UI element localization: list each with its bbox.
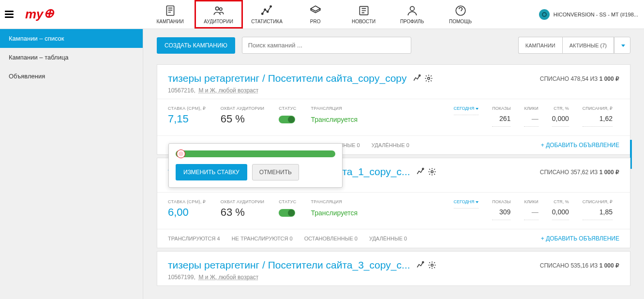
- footer-stopped: ОСТАНОВЛЕННЫЕ 0: [304, 236, 358, 241]
- impressions-label: ПОКАЗЫ: [492, 106, 510, 111]
- status-toggle[interactable]: [279, 209, 295, 217]
- chart-icon[interactable]: [416, 261, 425, 269]
- writeoffs-label: СПИСАНИЯ, ₽: [583, 199, 613, 204]
- logo[interactable]: my⊕: [25, 7, 54, 22]
- statistics-icon: [261, 4, 273, 17]
- campaign-spent: СПИСАНО 357,62 ИЗ 1 000 ₽: [540, 166, 619, 176]
- svg-point-2: [219, 8, 222, 10]
- nav-label: PRO: [310, 19, 321, 24]
- campaigns-icon: [164, 4, 177, 17]
- nav-label: ПОМОЩЬ: [449, 19, 472, 24]
- cancel-button[interactable]: ОТМЕНИТЬ: [252, 164, 299, 180]
- username: HICONVERSION - SS - MT (#198...: [554, 12, 638, 17]
- change-bid-button[interactable]: ИЗМЕНИТЬ СТАВКУ: [176, 164, 247, 180]
- filter-active[interactable]: АКТИВНЫЕ (7): [562, 37, 614, 54]
- top-nav: КАМПАНИИ АУДИТОРИИ СТАТИСТИКА PRO НОВОСТ…: [146, 0, 485, 29]
- sidebar-item-campaigns-list[interactable]: Кампании – список: [0, 29, 143, 48]
- nav-label: НОВОСТИ: [352, 19, 375, 24]
- nav-campaigns[interactable]: КАМПАНИИ: [146, 0, 195, 29]
- writeoffs-value: 1,85: [583, 208, 613, 216]
- sidebar-item-campaigns-table[interactable]: Кампании – таблица: [0, 48, 143, 67]
- broadcast-label: ТРАНСЛЯЦИЯ: [311, 106, 358, 111]
- bid-popover: ИЗМЕНИТЬ СТАВКУ ОТМЕНИТЬ: [168, 143, 343, 188]
- broadcast-label: ТРАНСЛЯЦИЯ: [311, 199, 358, 204]
- filter-campaigns[interactable]: КАМПАНИИ: [518, 37, 562, 54]
- gear-icon[interactable]: [424, 74, 433, 83]
- slider-knob[interactable]: [177, 150, 185, 158]
- footer-deleted: УДАЛЁННЫЕ 0: [369, 236, 407, 241]
- status-label: СТАТУС: [279, 199, 296, 204]
- impressions-label: ПОКАЗЫ: [492, 199, 510, 204]
- clicks-value: —: [524, 115, 538, 122]
- status-toggle[interactable]: [279, 116, 295, 123]
- add-ad-link[interactable]: ДОБАВИТЬ ОБЪЯВЛЕНИЕ: [541, 142, 619, 149]
- broadcast-value: Транслируется: [311, 209, 358, 217]
- svg-point-1: [215, 7, 219, 10]
- avatar: [539, 9, 550, 20]
- nav-help[interactable]: ПОМОЩЬ: [436, 0, 485, 29]
- today-label[interactable]: СЕГОДНЯ: [454, 106, 479, 111]
- nav-profile[interactable]: ПРОФИЛЬ: [388, 0, 436, 29]
- bid-value[interactable]: 7,15: [168, 113, 206, 125]
- campaign-meta: 10567216, М и Ж, любой возраст: [168, 87, 530, 94]
- gear-icon[interactable]: [428, 261, 436, 269]
- nav-statistics[interactable]: СТАТИСТИКА: [243, 0, 291, 29]
- reach-label: ОХВАТ АУДИТОРИИ: [221, 106, 265, 111]
- impressions-value: 309: [492, 208, 510, 216]
- clicks-label: КЛИКИ: [524, 199, 538, 204]
- ctr-value: 0,000: [552, 208, 569, 216]
- broadcast-value: Транслируется: [311, 116, 358, 123]
- writeoffs-value: 1,62: [583, 115, 613, 122]
- clicks-label: КЛИКИ: [524, 106, 538, 111]
- bid-slider[interactable]: [176, 150, 335, 157]
- nav-label: КАМПАНИИ: [156, 19, 183, 24]
- bid-label: СТАВКА (CPM), ₽: [168, 106, 206, 111]
- svg-point-8: [410, 6, 414, 11]
- svg-point-5: [267, 11, 268, 13]
- create-campaign-button[interactable]: СОЗДАТЬ КАМПАНИЮ: [157, 37, 235, 54]
- impressions-value: 261: [492, 115, 510, 122]
- today-label[interactable]: СЕГОДНЯ: [454, 199, 479, 204]
- help-icon: [454, 4, 467, 17]
- svg-rect-0: [166, 6, 174, 15]
- nav-news[interactable]: НОВОСТИ: [340, 0, 388, 29]
- nav-label: ПРОФИЛЬ: [400, 19, 424, 24]
- nav-audiences[interactable]: АУДИТОРИИ: [195, 0, 243, 29]
- sidebar: Кампании – список Кампании – таблица Объ…: [0, 29, 143, 299]
- svg-point-11: [428, 77, 430, 80]
- ctr-label: CTR, %: [552, 106, 569, 111]
- status-label: СТАТУС: [279, 106, 296, 111]
- add-ad-link[interactable]: ДОБАВИТЬ ОБЪЯВЛЕНИЕ: [541, 235, 619, 242]
- nav-label: СТАТИСТИКА: [251, 19, 283, 24]
- footer-broadcasting: ТРАНСЛИРУЮТСЯ 4: [168, 236, 220, 241]
- filter-caret[interactable]: [614, 37, 630, 54]
- bid-label: СТАВКА (CPM), ₽: [168, 199, 206, 204]
- gear-icon[interactable]: [428, 167, 436, 176]
- ctr-label: CTR, %: [552, 199, 569, 204]
- chart-icon[interactable]: [416, 167, 425, 176]
- sidebar-item-ads[interactable]: Объявления: [0, 67, 143, 86]
- campaign-title[interactable]: тизеры ретаргетинг / Посетители сайта_3_…: [168, 259, 410, 271]
- campaign-spent: СПИСАНО 478,54 ИЗ 1 000 ₽: [540, 73, 619, 82]
- pro-icon: [309, 4, 322, 17]
- reach-value: 63 %: [221, 206, 265, 219]
- footer-not-broadcasting: НЕ ТРАНСЛИРУЮТСЯ 0: [232, 236, 293, 241]
- campaign-title[interactable]: тизеры ретаргетинг / Посетители сайта_co…: [168, 73, 407, 84]
- svg-point-6: [270, 6, 271, 7]
- header: my⊕ КАМПАНИИ АУДИТОРИИ СТАТИСТИКА PRO НО…: [0, 0, 644, 29]
- bid-value[interactable]: 6,00: [168, 206, 206, 219]
- ctr-value: 0,000: [552, 115, 569, 122]
- user-section[interactable]: HICONVERSION - SS - MT (#198...: [539, 9, 638, 20]
- menu-icon[interactable]: [5, 9, 19, 19]
- svg-point-13: [431, 171, 434, 173]
- chart-icon[interactable]: [413, 74, 421, 83]
- svg-point-15: [431, 264, 434, 267]
- reach-value: 65 %: [221, 113, 265, 125]
- nav-pro[interactable]: PRO: [291, 0, 340, 29]
- campaign-card: тизеры ретаргетинг / Посетители сайта_co…: [157, 64, 630, 155]
- reach-label: ОХВАТ АУДИТОРИИ: [221, 199, 265, 204]
- svg-point-4: [264, 9, 266, 10]
- search-input[interactable]: [242, 37, 411, 54]
- campaign-meta: 10567199, М и Ж, любой возраст: [168, 274, 530, 281]
- writeoffs-label: СПИСАНИЯ, ₽: [583, 106, 613, 111]
